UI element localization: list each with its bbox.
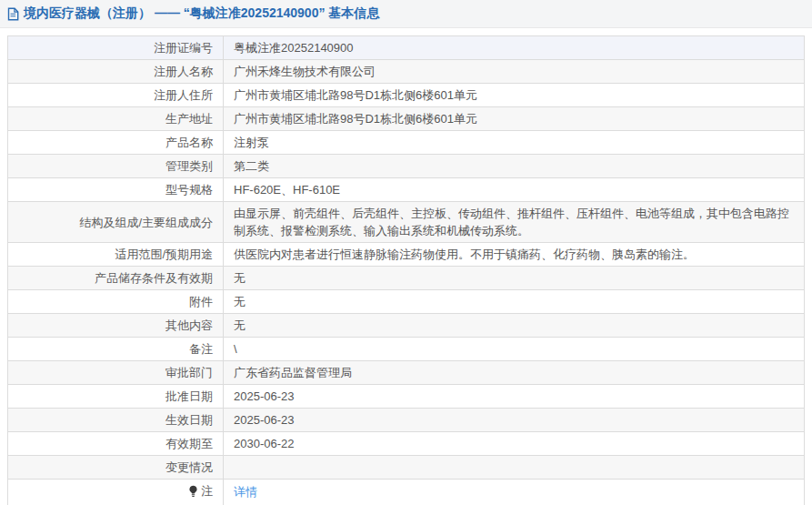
row-value: 广州市黄埔区埔北路98号D1栋北侧6楼601单元 (224, 84, 805, 107)
row-label: 批准日期 (8, 385, 224, 409)
bulb-icon (188, 485, 198, 498)
row-label-text: 注 (201, 482, 213, 500)
row-label-text: 适用范围/预期用途 (115, 246, 213, 263)
row-label-text: 产品储存条件及有效期 (95, 269, 213, 287)
row-label: 注册证编号 (8, 36, 224, 60)
row-label-text: 结构及组成/主要组成成分 (79, 214, 213, 231)
row-label: 注 (8, 480, 224, 505)
row-label: 备注 (8, 338, 224, 361)
row-value: 广东省药品监督管理局 (224, 361, 805, 385)
row-label: 有效期至 (8, 432, 224, 456)
row-label-text: 管理类别 (165, 157, 213, 175)
page-header: 境内医疗器械（注册） —— “粤械注准20252140900” 基本信息 (0, 0, 812, 28)
page-title: 境内医疗器械（注册） —— “粤械注准20252140900” 基本信息 (24, 5, 379, 22)
row-label: 附件 (8, 290, 224, 314)
row-label-text: 生产地址 (165, 110, 213, 127)
table-row: 批准日期2025-06-23 (8, 385, 805, 409)
row-label: 管理类别 (8, 155, 224, 178)
row-label-text: 产品名称 (165, 134, 213, 151)
row-value: 广州禾烽生物技术有限公司 (224, 60, 805, 84)
row-value: 详情 (224, 480, 805, 505)
table-row: 注册证编号粤械注准20252140900 (8, 36, 805, 60)
row-label: 其他内容 (8, 314, 224, 338)
page: 境内医疗器械（注册） —— “粤械注准20252140900” 基本信息 注册证… (0, 0, 812, 505)
row-label: 结构及组成/主要组成成分 (8, 202, 224, 243)
info-table-body: 注册证编号粤械注准20252140900注册人名称广州禾烽生物技术有限公司注册人… (8, 36, 805, 505)
row-label-text: 备注 (189, 340, 213, 358)
table-row: 备注\ (8, 338, 805, 361)
row-value: \ (224, 338, 805, 361)
row-value: 2025-06-23 (224, 409, 805, 432)
row-label-text: 有效期至 (165, 435, 213, 452)
row-value: 广州市黄埔区埔北路98号D1栋北侧6楼601单元 (224, 107, 805, 131)
row-label-text: 其他内容 (165, 317, 213, 334)
row-label-text: 批准日期 (165, 388, 213, 405)
document-icon (7, 7, 19, 21)
row-value: 2030-06-22 (224, 432, 805, 456)
table-row: 产品名称注射泵 (8, 131, 805, 155)
row-value: 2025-06-23 (224, 385, 805, 409)
table-row: 型号规格HF-620E、HF-610E (8, 178, 805, 202)
row-label-text: 审批部门 (165, 364, 213, 381)
table-row: 注册人住所广州市黄埔区埔北路98号D1栋北侧6楼601单元 (8, 84, 805, 107)
row-label-text: 型号规格 (165, 181, 213, 198)
row-value: 注射泵 (224, 131, 805, 155)
row-value: 供医院内对患者进行恒速静脉输注药物使用。不用于镇痛药、化疗药物、胰岛素的输注。 (224, 243, 805, 267)
row-label: 生效日期 (8, 409, 224, 432)
table-row: 变更情况 (8, 456, 805, 480)
row-label-text: 附件 (189, 293, 213, 310)
row-value: 第二类 (224, 155, 805, 178)
row-value (224, 456, 805, 480)
table-row: 生效日期2025-06-23 (8, 409, 805, 432)
row-label: 生产地址 (8, 107, 224, 131)
table-row: 其他内容无 (8, 314, 805, 338)
table-row: 注册人名称广州禾烽生物技术有限公司 (8, 60, 805, 84)
row-value: 由显示屏、前壳组件、后壳组件、主控板、传动组件、推杆组件、压杆组件、电池等组成，… (224, 202, 805, 243)
table-row: 审批部门广东省药品监督管理局 (8, 361, 805, 385)
row-value: HF-620E、HF-610E (224, 178, 805, 202)
table-row: 有效期至2030-06-22 (8, 432, 805, 456)
row-value: 无 (224, 290, 805, 314)
table-row: 注详情 (8, 480, 805, 505)
detail-link[interactable]: 详情 (234, 485, 257, 499)
row-label-text: 注册人住所 (154, 86, 213, 104)
row-label: 产品储存条件及有效期 (8, 267, 224, 290)
row-value: 无 (224, 267, 805, 290)
table-row: 适用范围/预期用途供医院内对患者进行恒速静脉输注药物使用。不用于镇痛药、化疗药物… (8, 243, 805, 267)
row-value: 粤械注准20252140900 (224, 36, 805, 60)
row-label: 产品名称 (8, 131, 224, 155)
row-label-text: 变更情况 (165, 459, 213, 476)
row-label: 适用范围/预期用途 (8, 243, 224, 267)
row-label: 审批部门 (8, 361, 224, 385)
row-label: 注册人名称 (8, 60, 224, 84)
row-label-text: 注册证编号 (154, 39, 213, 56)
table-row: 生产地址广州市黄埔区埔北路98号D1栋北侧6楼601单元 (8, 107, 805, 131)
row-label-text: 生效日期 (165, 411, 213, 429)
table-row: 管理类别第二类 (8, 155, 805, 178)
row-label-text: 注册人名称 (154, 63, 213, 80)
table-row: 产品储存条件及有效期无 (8, 267, 805, 290)
row-value: 无 (224, 314, 805, 338)
row-label: 型号规格 (8, 178, 224, 202)
info-table: 注册证编号粤械注准20252140900注册人名称广州禾烽生物技术有限公司注册人… (7, 35, 805, 505)
table-row: 结构及组成/主要组成成分由显示屏、前壳组件、后壳组件、主控板、传动组件、推杆组件… (8, 202, 805, 243)
table-row: 附件无 (8, 290, 805, 314)
row-label: 变更情况 (8, 456, 224, 480)
row-label: 注册人住所 (8, 84, 224, 107)
